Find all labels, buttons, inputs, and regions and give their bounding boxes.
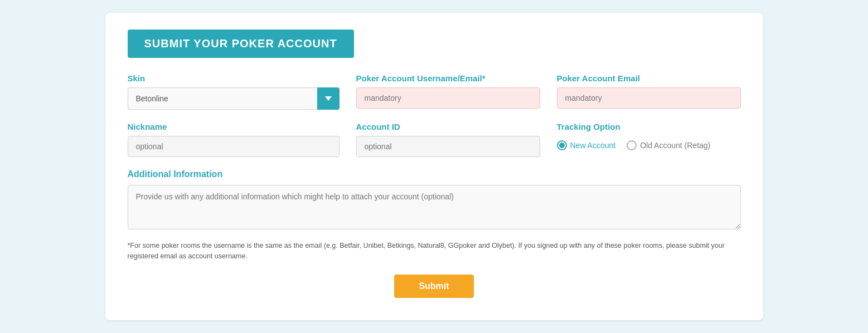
additional-info-label: Additional Information — [128, 169, 741, 179]
radio-circle-old — [627, 140, 637, 150]
skin-value: Betonline — [128, 87, 317, 110]
nickname-label: Nickname — [128, 122, 340, 131]
form-title: SUBMIT YOUR POKER ACCOUNT — [128, 30, 354, 58]
nickname-group: Nickname — [128, 122, 340, 157]
account-id-input[interactable] — [356, 136, 540, 157]
account-id-group: Account ID — [356, 122, 540, 157]
radio-label-old: Old Account (Retag) — [640, 141, 710, 150]
form-container: SUBMIT YOUR POKER ACCOUNT Skin Betonline… — [105, 13, 763, 321]
skin-dropdown-button[interactable] — [317, 87, 340, 110]
skin-group: Skin Betonline — [128, 74, 340, 110]
submit-row: Submit — [128, 275, 741, 298]
form-row-1: Skin Betonline Poker Account Username/Em… — [128, 74, 741, 110]
form-row-2: Nickname Account ID Tracking Option New … — [128, 122, 741, 157]
tracking-option-group: Tracking Option New Account Old Account … — [557, 122, 741, 157]
radio-dot-new — [559, 143, 565, 148]
username-group: Poker Account Username/Email* — [356, 74, 540, 110]
additional-info-section: Additional Information — [128, 169, 741, 232]
footnote-text: *For some poker rooms the username is th… — [128, 241, 741, 262]
email-input[interactable] — [557, 87, 741, 109]
email-group: Poker Account Email — [557, 74, 741, 110]
skin-label: Skin — [128, 74, 340, 83]
radio-options: New Account Old Account (Retag) — [557, 140, 741, 150]
skin-select-wrapper: Betonline — [128, 87, 340, 110]
radio-circle-new — [557, 140, 567, 150]
chevron-down-icon — [325, 96, 332, 101]
nickname-input[interactable] — [128, 136, 340, 157]
submit-button[interactable]: Submit — [394, 275, 473, 298]
username-label: Poker Account Username/Email* — [356, 74, 540, 83]
tracking-option-label: Tracking Option — [557, 122, 741, 131]
radio-new-account[interactable]: New Account — [557, 140, 616, 150]
radio-old-account[interactable]: Old Account (Retag) — [627, 140, 710, 150]
radio-label-new: New Account — [570, 141, 616, 150]
username-input[interactable] — [356, 87, 540, 109]
additional-info-textarea[interactable] — [128, 185, 741, 229]
email-label: Poker Account Email — [557, 74, 741, 83]
account-id-label: Account ID — [356, 122, 540, 131]
